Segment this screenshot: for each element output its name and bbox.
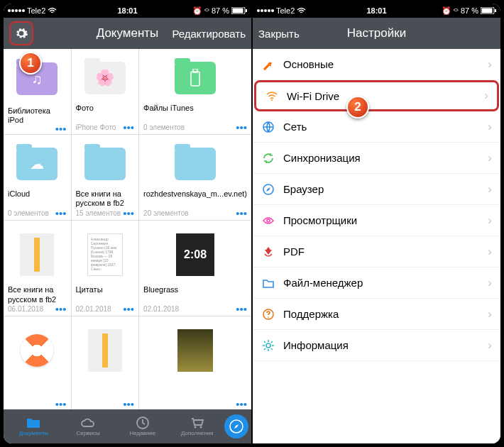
doc-cell[interactable]: Александр Сергеевич Пушкин (26 мая [6 ию… <box>72 221 139 316</box>
chevron-right-icon: › <box>488 120 492 134</box>
settings-row-label: Синхронизация <box>283 152 480 164</box>
tab-folder[interactable]: Документы <box>6 416 61 436</box>
doc-sub: 02.01.2018 <box>76 305 111 313</box>
more-icon[interactable]: ••• <box>123 402 134 407</box>
time-label: 18:01 <box>117 6 137 15</box>
cloud-icon <box>80 416 96 429</box>
settings-row-label: Поддержка <box>283 308 480 320</box>
doc-sub: 0 элементов <box>143 123 185 131</box>
doc-thumb: 🌸 <box>76 55 135 101</box>
settings-row-wrench[interactable]: Основные› <box>253 49 500 80</box>
settings-row-gear[interactable]: Информация› <box>253 330 500 361</box>
settings-row-help[interactable]: Поддержка› <box>253 299 500 330</box>
doc-title: Bluegrass <box>143 285 247 304</box>
chevron-right-icon: › <box>488 307 492 321</box>
chevron-right-icon: › <box>488 276 492 290</box>
svg-rect-4 <box>193 69 197 72</box>
more-icon[interactable]: ••• <box>55 307 67 312</box>
more-icon[interactable]: ••• <box>236 125 247 131</box>
chevron-right-icon: › <box>484 89 488 103</box>
screen-settings: Tele2 18:01 ⏰ ⌔ 87 % Закрыть Настройки О… <box>253 4 500 443</box>
carrier-label: Tele2 <box>276 6 295 15</box>
screen-documents: Tele2 18:01 ⏰ ⌔ 87 % Документы Редактиро… <box>4 4 251 443</box>
close-button[interactable]: Закрыть <box>258 28 300 40</box>
settings-row-folder[interactable]: Файл-менеджер› <box>253 267 500 299</box>
settings-row-label: Сеть <box>283 121 480 133</box>
alarm-icon: ⏰ <box>442 6 451 16</box>
nav-bar-documents: Документы Редактировать <box>4 18 251 49</box>
chevron-right-icon: › <box>488 151 492 165</box>
doc-cell[interactable]: 🌸ФотоiPhone Фото••• <box>72 49 139 134</box>
svg-point-18 <box>266 343 270 348</box>
tab-cart[interactable]: Дополнения <box>170 416 224 436</box>
chevron-right-icon: › <box>488 338 492 353</box>
clock-icon <box>135 416 150 429</box>
doc-sub: 0 элементов <box>8 209 49 217</box>
time-label: 18:01 <box>366 6 386 15</box>
doc-cell[interactable]: ☁iCloud0 элементов••• <box>4 135 71 220</box>
bluetooth-icon: ⌔ <box>454 6 459 15</box>
pdf-icon <box>261 245 275 259</box>
settings-row-wifi[interactable]: Wi-Fi Drive› <box>254 80 499 111</box>
doc-title: Все книги на русском в fb2 <box>8 285 67 304</box>
doc-cell[interactable]: ••• <box>4 316 71 409</box>
doc-cell[interactable]: ••• <box>72 316 139 409</box>
doc-sub: 06.01.2018 <box>8 305 43 313</box>
gear-icon <box>14 26 28 40</box>
doc-cell[interactable]: Все книги на русском в fb206.01.2018••• <box>4 221 71 316</box>
doc-title: Фото <box>76 104 135 122</box>
doc-thumb <box>143 140 247 187</box>
more-icon[interactable]: ••• <box>55 402 67 407</box>
settings-row-compass[interactable]: Браузер› <box>253 174 500 205</box>
settings-row-eye[interactable]: Просмотрщики› <box>253 205 500 236</box>
svg-point-17 <box>268 316 269 318</box>
chevron-right-icon: › <box>488 182 492 197</box>
help-icon <box>261 307 275 321</box>
edit-button[interactable]: Редактировать <box>172 28 246 40</box>
doc-cell[interactable]: ••• <box>139 316 251 409</box>
sync-icon <box>261 151 275 165</box>
more-icon[interactable]: ••• <box>236 307 247 312</box>
chevron-right-icon: › <box>488 245 492 259</box>
settings-button[interactable] <box>9 21 33 45</box>
compass-icon <box>261 182 275 197</box>
more-icon[interactable]: ••• <box>123 211 134 216</box>
status-bar: Tele2 18:01 ⏰ ⌔ 87 % <box>253 4 500 18</box>
wrench-icon <box>261 57 275 72</box>
folder-icon <box>26 416 41 429</box>
doc-title: Библиотека iPod <box>8 106 67 125</box>
more-icon[interactable]: ••• <box>123 125 134 131</box>
tab-label: Недавние <box>129 430 155 436</box>
settings-row-label: Информация <box>283 339 480 351</box>
tab-browser[interactable] <box>224 414 248 438</box>
doc-cell[interactable]: rozhdestvenskaya_m...ev.net)20 элементов… <box>139 135 251 220</box>
doc-sub: 15 элементов <box>76 209 121 217</box>
doc-title: Цитаты <box>76 285 135 304</box>
battery-icon <box>231 7 247 14</box>
settings-row-label: Просмотрщики <box>283 214 480 226</box>
doc-thumb <box>76 140 135 187</box>
chevron-right-icon: › <box>488 214 492 228</box>
doc-thumb <box>143 55 247 101</box>
doc-cell[interactable]: 2:08Bluegrass02.01.2018••• <box>139 221 251 316</box>
settings-row-globe[interactable]: Сеть› <box>253 111 500 143</box>
tab-cloud[interactable]: Сервисы <box>61 416 116 436</box>
tab-clock[interactable]: Недавние <box>116 416 170 436</box>
doc-cell[interactable]: Все книги на русском в fb215 элементов••… <box>72 135 139 220</box>
more-icon[interactable]: ••• <box>236 211 247 216</box>
settings-row-sync[interactable]: Синхронизация› <box>253 143 500 174</box>
svg-point-12 <box>271 99 273 101</box>
svg-point-6 <box>194 426 196 429</box>
doc-cell[interactable]: Файлы iTunes0 элементов••• <box>139 49 251 134</box>
battery-icon <box>481 7 496 14</box>
settings-row-label: Wi-Fi Drive <box>287 90 476 102</box>
settings-row-pdf[interactable]: PDF› <box>253 236 500 267</box>
settings-list: Основные›Wi-Fi Drive›Сеть›Синхронизация›… <box>253 49 500 443</box>
more-icon[interactable]: ••• <box>123 307 134 312</box>
tab-label: Дополнения <box>181 430 213 436</box>
more-icon[interactable]: ••• <box>55 211 67 216</box>
status-bar: Tele2 18:01 ⏰ ⌔ 87 % <box>4 4 251 18</box>
more-icon[interactable]: ••• <box>236 402 247 407</box>
more-icon[interactable]: ••• <box>55 126 67 132</box>
doc-thumb: ☁ <box>8 140 67 187</box>
